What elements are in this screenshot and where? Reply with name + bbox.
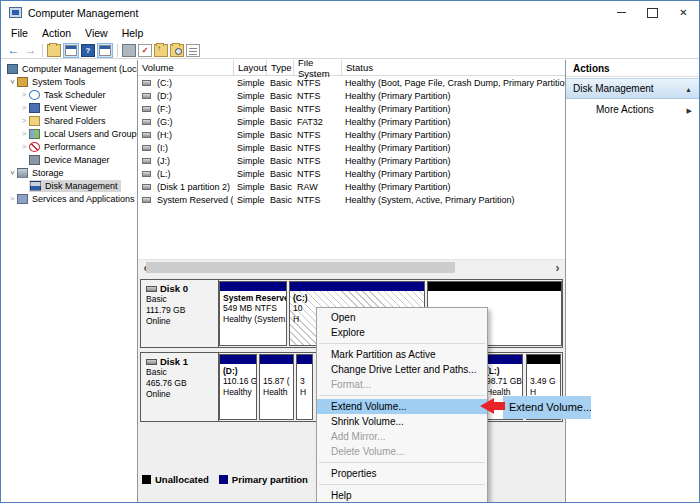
chevron-right-icon[interactable]: [19, 103, 29, 112]
menu-item-help[interactable]: Help: [317, 488, 487, 503]
menu-item-explore[interactable]: Explore: [317, 325, 487, 340]
disk-1-label[interactable]: Disk 1 Basic 465.76 GB Online: [141, 353, 219, 421]
extend-volume-callout: Extend Volume...: [503, 396, 591, 419]
primary-partition-bar: [260, 355, 293, 364]
column-volume[interactable]: Volume: [138, 60, 234, 75]
menu-item-shrink-volume[interactable]: Shrink Volume...: [317, 414, 487, 429]
help-icon[interactable]: [81, 44, 95, 57]
tree-item-event-viewer[interactable]: Event Viewer: [1, 101, 137, 114]
volume-icon: [142, 93, 151, 99]
chevron-right-icon[interactable]: [19, 90, 29, 99]
task-scheduler-icon: [29, 90, 40, 100]
popup-icon[interactable]: [122, 44, 136, 57]
tree-item-computer-management[interactable]: Computer Management (Local: [1, 62, 137, 75]
menu-item-delete-volume[interactable]: Delete Volume...: [317, 444, 487, 459]
table-row[interactable]: System Reserved (K:) Simple Basic NTFS H…: [138, 193, 565, 206]
menu-separator: [319, 343, 485, 344]
primary-partition-legend-swatch: [219, 475, 228, 484]
collapse-icon[interactable]: [685, 83, 692, 94]
table-row[interactable]: (F:) Simple Basic NTFS Healthy (Primary …: [138, 102, 565, 115]
menu-separator: [319, 484, 485, 485]
tree-item-system-tools[interactable]: System Tools: [1, 75, 137, 88]
back-icon[interactable]: [5, 43, 22, 58]
tree-item-disk-management[interactable]: Disk Management: [1, 179, 137, 192]
volume-icon: [142, 171, 151, 177]
menu-item-mark-partition-active[interactable]: Mark Partition as Active: [317, 347, 487, 362]
column-layout[interactable]: Layout: [234, 60, 267, 75]
column-status[interactable]: Status: [342, 60, 565, 75]
disk-icon: [146, 286, 157, 292]
unallocated-legend-swatch: [142, 475, 151, 484]
scroll-right-icon[interactable]: [550, 260, 565, 275]
chevron-right-icon[interactable]: [19, 116, 29, 125]
minimize-button[interactable]: [606, 1, 637, 24]
menu-help[interactable]: Help: [115, 25, 151, 41]
performance-icon: [29, 142, 40, 152]
selected-tree-item: Disk Management: [29, 180, 121, 192]
column-file-system[interactable]: File System: [294, 60, 342, 75]
table-row[interactable]: (H:) Simple Basic NTFS Healthy (Primary …: [138, 128, 565, 141]
tree-item-services-and-applications[interactable]: Services and Applications: [1, 192, 137, 205]
console-tree-toggle[interactable]: [63, 43, 79, 58]
menu-view[interactable]: View: [78, 25, 115, 41]
primary-partition-bar: [290, 282, 424, 291]
primary-partition-bar: [220, 355, 256, 364]
close-button[interactable]: [668, 1, 699, 24]
properties-icon[interactable]: [186, 44, 200, 57]
table-row[interactable]: (L:) Simple Basic NTFS Healthy (Primary …: [138, 167, 565, 180]
chevron-right-icon[interactable]: [19, 142, 29, 151]
tree-item-performance[interactable]: Performance: [1, 140, 137, 153]
table-row[interactable]: (I:) Simple Basic NTFS Healthy (Primary …: [138, 141, 565, 154]
table-row[interactable]: (D:) Simple Basic NTFS Healthy (Primary …: [138, 89, 565, 102]
disk-0-label[interactable]: Disk 0 Basic 111.79 GB Online: [141, 280, 219, 347]
folder-search-icon[interactable]: [170, 44, 184, 57]
partition-2[interactable]: 15.87 ( Health: [259, 354, 294, 420]
menu-item-add-mirror[interactable]: Add Mirror...: [317, 429, 487, 444]
computer-management-window: Computer Management File Action View Hel…: [0, 0, 700, 503]
partition-3[interactable]: 3 H: [296, 354, 313, 420]
legend-unallocated-label: Unallocated: [155, 474, 209, 485]
menu-file[interactable]: File: [4, 25, 35, 41]
menu-item-extend-volume[interactable]: Extend Volume...: [317, 399, 487, 414]
chevron-down-icon[interactable]: [7, 168, 17, 177]
legend-primary-label: Primary partition: [232, 474, 308, 485]
red-arrow-icon: [480, 398, 494, 414]
system-tools-icon: [17, 77, 28, 87]
menu-item-open[interactable]: Open: [317, 310, 487, 325]
table-row[interactable]: (G:) Simple Basic FAT32 Healthy (Primary…: [138, 115, 565, 128]
check-document-icon[interactable]: [138, 44, 152, 57]
export-list-icon[interactable]: [47, 44, 61, 57]
actions-disk-management-group[interactable]: Disk Management: [566, 78, 699, 99]
maximize-button[interactable]: [637, 1, 668, 24]
disk-type: Basic: [146, 367, 218, 378]
chevron-right-icon[interactable]: [19, 129, 29, 138]
scrollbar-thumb[interactable]: [146, 262, 455, 273]
forward-icon[interactable]: [22, 43, 39, 58]
toolbar-separator: [117, 44, 118, 57]
menu-item-properties[interactable]: Properties: [317, 466, 487, 481]
action-pane-toggle[interactable]: [97, 43, 113, 58]
tree-item-shared-folders[interactable]: Shared Folders: [1, 114, 137, 127]
partition-d[interactable]: (D:) 110.16 G Healthy: [219, 354, 257, 420]
horizontal-scrollbar[interactable]: [138, 259, 565, 274]
folder-up-icon[interactable]: [154, 44, 168, 57]
primary-partition-bar: [483, 355, 522, 364]
chevron-down-icon[interactable]: [7, 77, 17, 86]
tree-item-storage[interactable]: Storage: [1, 166, 137, 179]
tree-item-device-manager[interactable]: Device Manager: [1, 153, 137, 166]
volume-icon: [142, 106, 151, 112]
partition-system-reserved[interactable]: System Reserve 549 MB NTFS Healthy (Syst…: [219, 281, 287, 346]
tree-item-task-scheduler[interactable]: Task Scheduler: [1, 88, 137, 101]
console-window-icon: [99, 45, 111, 56]
column-type[interactable]: Type: [267, 60, 294, 75]
table-row[interactable]: (C:) Simple Basic NTFS Healthy (Boot, Pa…: [138, 76, 565, 89]
menu-item-change-drive-letter[interactable]: Change Drive Letter and Paths...: [317, 362, 487, 377]
tree-item-local-users-and-groups[interactable]: Local Users and Groups: [1, 127, 137, 140]
menu-item-format[interactable]: Format...: [317, 377, 487, 392]
chevron-right-icon[interactable]: [7, 194, 17, 203]
table-row[interactable]: (J:) Simple Basic NTFS Healthy (Primary …: [138, 154, 565, 167]
toolbar: [1, 42, 699, 59]
more-actions[interactable]: More Actions: [566, 99, 699, 119]
menu-action[interactable]: Action: [35, 25, 78, 41]
table-row[interactable]: (Disk 1 partition 2) Simple Basic RAW He…: [138, 180, 565, 193]
